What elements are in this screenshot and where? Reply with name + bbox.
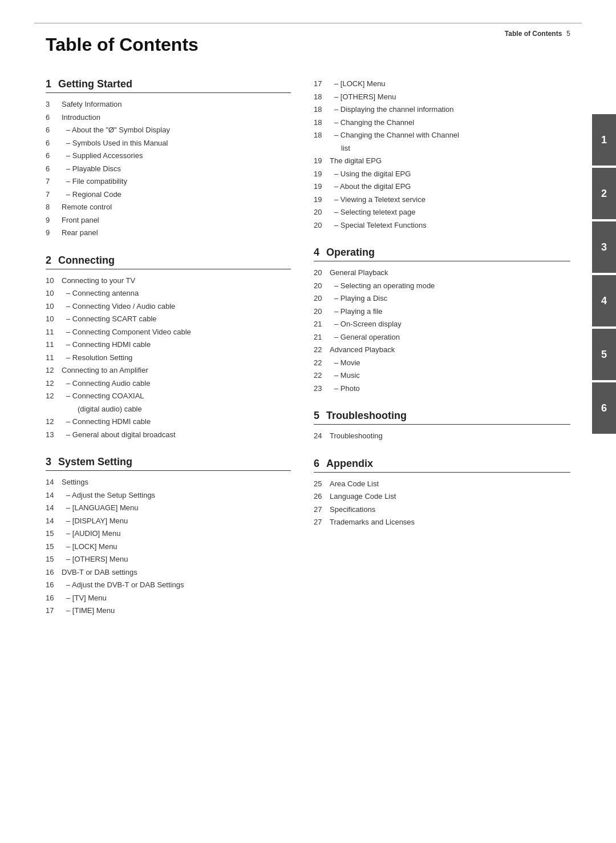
side-tab-1[interactable]: 1 (592, 114, 616, 166)
toc-entry: list (314, 143, 570, 154)
toc-entry: 19– Using the digital EPG (314, 168, 570, 180)
toc-entry: (digital audio) cable (46, 404, 291, 415)
section-4-header: 4 Operating (314, 247, 570, 261)
toc-entry: 15– [OTHERS] Menu (46, 554, 291, 565)
toc-entry: 21– On-Screen display (314, 318, 570, 330)
toc-entry: 22– Movie (314, 357, 570, 369)
toc-entry: 6– About the "Ø" Symbol Display (46, 124, 291, 136)
toc-entry: 20– Selecting an operating mode (314, 280, 570, 292)
section-5-title: Troubleshooting (326, 410, 407, 422)
toc-entry: 12Connecting to an Amplifier (46, 365, 291, 376)
side-tab-6[interactable]: 6 (592, 382, 616, 434)
right-column: 17– [LOCK] Menu 18– [OTHERS] Menu 18– Di… (314, 78, 570, 632)
section-5-header: 5 Troubleshooting (314, 410, 570, 425)
toc-entry: 26Language Code List (314, 491, 570, 502)
toc-entry: 19– About the digital EPG (314, 181, 570, 192)
section-3-continuation: 17– [LOCK] Menu 18– [OTHERS] Menu 18– Di… (314, 78, 570, 231)
side-tab-4[interactable]: 4 (592, 275, 616, 326)
toc-entry: 10Connecting to your TV (46, 275, 291, 287)
toc-entry: 6– Playable Discs (46, 163, 291, 175)
side-tab-5[interactable]: 5 (592, 329, 616, 380)
toc-entry: 6Introduction (46, 112, 291, 123)
toc-entry: 16– [TV] Menu (46, 592, 291, 604)
section-system-setting: 3 System Setting 14Settings 14– Adjust t… (46, 456, 291, 616)
toc-entry: 18– Changing the Channel with Channel (314, 130, 570, 141)
section-3-title: System Setting (58, 456, 132, 468)
toc-entry: 12– Connecting COAXIAL (46, 390, 291, 402)
section-4-title: Operating (326, 247, 375, 259)
toc-entry: 24Troubleshooting (314, 430, 570, 442)
toc-entry: 12– Connecting HDMI cable (46, 416, 291, 427)
section-appendix: 6 Appendix 25Area Code List 26Language C… (314, 458, 570, 528)
section-6-title: Appendix (326, 458, 373, 470)
toc-entry: 20General Playback (314, 267, 570, 279)
side-tabs: 1 2 3 4 5 6 (592, 114, 616, 436)
section-troubleshooting: 5 Troubleshooting 24Troubleshooting (314, 410, 570, 442)
toc-entry: 25Area Code List (314, 478, 570, 490)
section-2-number: 2 (46, 255, 51, 267)
toc-entry: 15– [LOCK] Menu (46, 541, 291, 552)
section-operating: 4 Operating 20General Playback 20– Selec… (314, 247, 570, 394)
section-3-number: 3 (46, 456, 51, 468)
section-1-header: 1 Getting Started (46, 78, 291, 93)
toc-entry: 9Rear panel (46, 227, 291, 239)
side-tab-3[interactable]: 3 (592, 221, 616, 273)
toc-entry: 23– Photo (314, 383, 570, 394)
page-header: Table of Contents 5 (505, 30, 570, 38)
section-2-header: 2 Connecting (46, 255, 291, 269)
toc-entry: 20– Playing a Disc (314, 293, 570, 304)
toc-entry: 12– Connecting Audio cable (46, 378, 291, 389)
toc-entry: 10– Connecting SCART cable (46, 313, 291, 325)
toc-entry: 14Settings (46, 477, 291, 488)
header-page-number: 5 (566, 30, 570, 38)
main-content: 1 Getting Started 3Safety Information 6I… (46, 78, 570, 632)
toc-entry: 14– [DISPLAY] Menu (46, 515, 291, 527)
section-6-number: 6 (314, 458, 319, 470)
top-border (34, 23, 582, 23)
toc-entry: 27Trademarks and Licenses (314, 517, 570, 528)
toc-entry: 17– [LOCK] Menu (314, 78, 570, 90)
side-tab-2[interactable]: 2 (592, 168, 616, 219)
toc-entry: 20– Selecting teletext page (314, 207, 570, 218)
toc-entry: 16– Adjust the DVB-T or DAB Settings (46, 579, 291, 591)
toc-entry: 6– Supplied Accessories (46, 150, 291, 162)
toc-entry: 8Remote control (46, 201, 291, 213)
toc-entry: 3Safety Information (46, 99, 291, 110)
toc-entry: 9Front panel (46, 215, 291, 226)
section-5-number: 5 (314, 410, 319, 422)
toc-entry: 27Specifications (314, 504, 570, 515)
section-4-number: 4 (314, 247, 319, 259)
left-column: 1 Getting Started 3Safety Information 6I… (46, 78, 291, 632)
toc-entry: 10– Connecting antenna (46, 288, 291, 299)
toc-entry: 14– [LANGUAGE] Menu (46, 502, 291, 514)
toc-entry: 6– Symbols Used in this Manual (46, 138, 291, 149)
toc-entry: 22Advanced Playback (314, 344, 570, 356)
toc-entry: 19The digital EPG (314, 155, 570, 167)
toc-entry: 18– Displaying the channel information (314, 104, 570, 115)
toc-entry: 21– General operation (314, 332, 570, 343)
section-6-header: 6 Appendix (314, 458, 570, 473)
toc-entry: 7– File compatibility (46, 176, 291, 187)
toc-entry: 14– Adjust the Setup Settings (46, 490, 291, 501)
toc-entry: 7– Regional Code (46, 189, 291, 200)
section-getting-started: 1 Getting Started 3Safety Information 6I… (46, 78, 291, 239)
toc-entry: 20– Playing a file (314, 306, 570, 317)
toc-entry: 18– Changing the Channel (314, 117, 570, 128)
section-connecting: 2 Connecting 10Connecting to your TV 10–… (46, 255, 291, 441)
toc-entry: 15– [AUDIO] Menu (46, 528, 291, 539)
toc-entry: 11– Resolution Setting (46, 352, 291, 364)
toc-entry: 19– Viewing a Teletext service (314, 194, 570, 205)
page-title: Table of Contents (46, 34, 570, 55)
toc-entry: 11– Connecting Component Video cable (46, 326, 291, 338)
header-title: Table of Contents (505, 30, 562, 38)
page-wrapper: Table of Contents 5 1 2 3 4 5 6 Table of… (0, 0, 616, 843)
section-3-header: 3 System Setting (46, 456, 291, 471)
toc-entry: 13– General about digital broadcast (46, 429, 291, 441)
section-1-number: 1 (46, 78, 51, 90)
toc-entry: 10– Connecting Video / Audio cable (46, 301, 291, 312)
toc-entry: 11– Connecting HDMI cable (46, 339, 291, 350)
toc-entry: 22– Music (314, 370, 570, 381)
toc-entry: 18– [OTHERS] Menu (314, 91, 570, 103)
toc-entry: 16DVB-T or DAB settings (46, 567, 291, 578)
toc-entry: 17– [TIME] Menu (46, 605, 291, 616)
